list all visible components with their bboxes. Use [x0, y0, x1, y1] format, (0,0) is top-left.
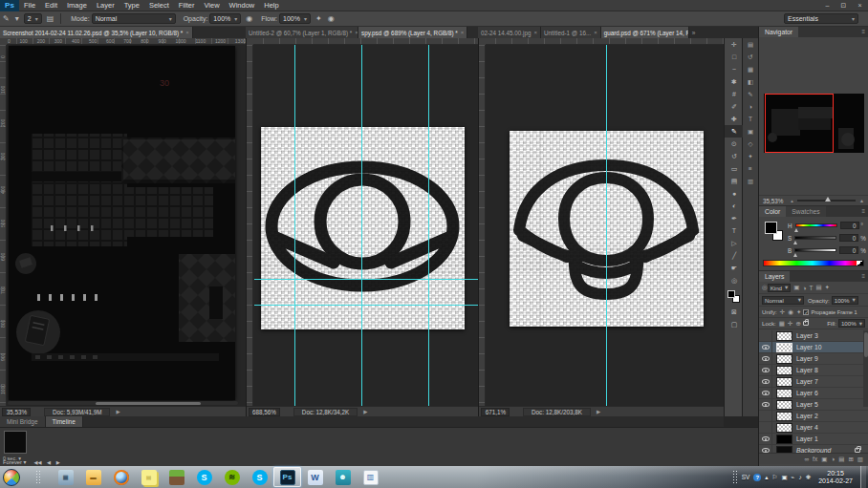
brush-tool[interactable]: ✎	[725, 125, 744, 138]
tab-jpg[interactable]: 02-24 14.45.00.jpg ×	[478, 27, 541, 38]
panel-icon-11[interactable]: ▥	[743, 175, 758, 187]
layer-row-layer-3[interactable]: Layer 3	[759, 330, 868, 342]
menu-file[interactable]: File	[19, 0, 40, 11]
visibility-toggle[interactable]	[759, 342, 772, 353]
zoom-level-box[interactable]: 35,53%	[2, 408, 31, 416]
menu-help[interactable]: Help	[259, 0, 283, 11]
delete-layer-button[interactable]: ▥	[857, 456, 863, 463]
tab-mini-bridge[interactable]: Mini Bridge	[0, 416, 46, 427]
menu-image[interactable]: Image	[62, 0, 92, 11]
filter-style-icon[interactable]: ✦	[825, 284, 830, 291]
visibility-toggle[interactable]	[759, 411, 772, 422]
lock-pixels-icon[interactable]: ✛	[788, 320, 792, 328]
gradient-tool[interactable]: ▤	[725, 175, 744, 187]
new-layer-button[interactable]: ⊞	[848, 456, 853, 463]
panel-icon-10[interactable]: ≡	[743, 162, 758, 175]
layer-thumbnail[interactable]	[776, 446, 792, 454]
unify-position-icon[interactable]: ✛	[780, 308, 785, 316]
guide-vertical[interactable]	[294, 45, 295, 406]
type-tool[interactable]: T	[725, 224, 744, 237]
canvas-spy[interactable]	[261, 127, 465, 329]
taskbar-icon-skype-2[interactable]: S	[246, 467, 273, 487]
layer-row-background[interactable]: Background	[759, 445, 868, 453]
navigator-zoom-slider[interactable]	[797, 200, 856, 202]
panel-icon-3[interactable]: ◧	[743, 75, 758, 88]
opacity-pressure-icon[interactable]: ◉	[243, 14, 255, 23]
visibility-toggle[interactable]	[759, 330, 772, 342]
zoom-out-mountain-icon[interactable]: ▴	[791, 198, 793, 203]
crop-tool[interactable]: #	[725, 88, 744, 100]
tab-navigator[interactable]: Navigator	[759, 27, 798, 37]
visibility-toggle[interactable]	[759, 376, 772, 388]
path-selection-tool[interactable]: ▷	[725, 237, 744, 249]
layer-row-layer-7[interactable]: Layer 7	[759, 376, 868, 388]
panel-menu-icon[interactable]: ≡	[861, 206, 865, 217]
pen-tool[interactable]: ✒	[725, 212, 744, 224]
layer-thumbnail[interactable]	[776, 354, 792, 364]
filter-adjustment-icon[interactable]: ◑	[802, 285, 806, 291]
layer-thumbnail[interactable]	[776, 400, 792, 410]
visibility-toggle[interactable]	[759, 353, 772, 365]
screen-mode-button[interactable]: ▢	[725, 318, 744, 330]
tab-close-icon[interactable]: ×	[594, 30, 597, 35]
visibility-toggle[interactable]	[759, 399, 772, 411]
tab-close-icon[interactable]: ×	[461, 30, 465, 35]
tab-spy-psd[interactable]: spy.psd @ 689% (Layer 4, RGB/8) * ×	[358, 27, 467, 38]
first-frame-button[interactable]: ◀◀	[33, 459, 44, 465]
add-mask-button[interactable]: ▣	[821, 456, 827, 463]
status-arrow-icon[interactable]: ▶	[597, 409, 600, 414]
menu-filter[interactable]: Filter	[174, 0, 200, 11]
canvas-screenshot[interactable]: 30	[9, 46, 235, 400]
brush-panel-toggle-icon[interactable]: ▤	[44, 14, 57, 23]
panel-icon-8[interactable]: ◇	[743, 138, 758, 150]
tab-untitled-1[interactable]: Untitled-1 @ 16... ×	[541, 27, 601, 38]
guide-vertical[interactable]	[606, 45, 607, 406]
workspace-dropdown[interactable]: Essentials ▾	[784, 13, 858, 24]
layer-thumbnail[interactable]	[776, 343, 792, 352]
layer-thumbnail[interactable]	[776, 331, 792, 341]
layer-thumbnail[interactable]	[776, 377, 792, 387]
restore-button[interactable]: ⊡	[835, 0, 852, 11]
volume-icon[interactable]: ♪	[798, 474, 801, 480]
rectangular-marquee-tool[interactable]: □	[725, 51, 744, 63]
vertical-ruler[interactable]: 0100 200300 400500 600700 800900 1000	[0, 45, 7, 406]
visibility-toggle[interactable]	[759, 365, 772, 376]
status-arrow-icon[interactable]: ▶	[363, 409, 367, 414]
line-tool[interactable]: ╱	[725, 249, 744, 262]
filter-pixel-icon[interactable]: ▣	[793, 284, 799, 291]
layer-thumbnail[interactable]	[776, 435, 792, 444]
visibility-toggle[interactable]	[759, 434, 772, 445]
lasso-tool[interactable]: ~	[725, 63, 744, 75]
quick-mask-button[interactable]: ⊠	[725, 306, 744, 318]
layer-row-layer-4[interactable]: Layer 4	[759, 422, 868, 434]
airbrush-icon[interactable]: ✦	[313, 14, 325, 23]
zoom-level-box[interactable]: 688,56%	[249, 408, 280, 416]
size-pressure-icon[interactable]: ◉	[325, 14, 337, 23]
start-button[interactable]	[3, 469, 20, 486]
guide-horizontal[interactable]	[254, 305, 478, 306]
tab-close-icon[interactable]: ×	[185, 30, 189, 35]
horizontal-ruler[interactable]: 0100 200300 400500 600700 800900 1000110…	[0, 38, 246, 45]
menu-type[interactable]: Type	[119, 0, 144, 11]
foreground-color-swatch[interactable]	[727, 290, 735, 298]
vertical-ruler[interactable]	[247, 45, 253, 406]
ps-logo[interactable]: Ps	[0, 0, 19, 11]
show-desktop-button[interactable]	[860, 466, 866, 488]
tab-untitled-2[interactable]: Untitled-2 @ 60,7% (Layer 1, RGB/8) * ×	[246, 27, 358, 38]
layer-opacity-dropdown[interactable]: 100% ▾	[832, 296, 858, 305]
clone-stamp-tool[interactable]: ⊙	[725, 138, 744, 150]
lock-all-icon[interactable]	[803, 321, 809, 326]
panel-color-swatches[interactable]	[765, 222, 784, 241]
blur-tool[interactable]: ●	[725, 187, 744, 200]
taskbar-icon-presentation[interactable]: ▥	[357, 467, 384, 487]
opacity-dropdown[interactable]: 100% ▾	[209, 13, 241, 24]
link-layers-button[interactable]: ∞	[804, 456, 809, 462]
history-brush-tool[interactable]: ↺	[725, 150, 744, 162]
layer-row-layer-8[interactable]: Layer 8	[759, 365, 868, 376]
saturation-slider[interactable]	[794, 236, 836, 240]
panel-icon-6[interactable]: T	[743, 113, 758, 125]
hand-tool[interactable]: ☛	[725, 262, 744, 274]
zoom-tool[interactable]: ◎	[725, 274, 744, 286]
close-button[interactable]: ×	[852, 0, 868, 11]
propagate-checkbox[interactable]: ✓	[803, 309, 809, 315]
